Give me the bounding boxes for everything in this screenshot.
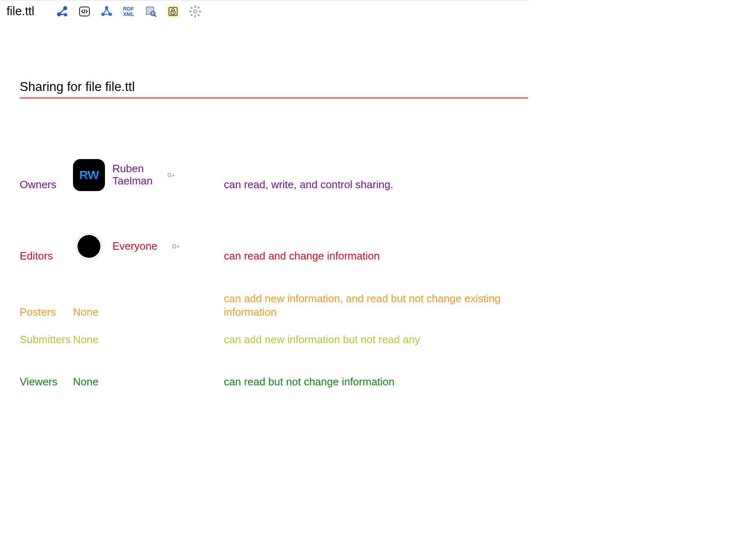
add-person-icon[interactable]: G+: [167, 172, 175, 178]
svg-point-18: [172, 12, 173, 13]
graph-icon[interactable]: [56, 5, 69, 18]
svg-rect-22: [189, 11, 191, 12]
svg-line-11: [107, 9, 109, 14]
rdf-text: RDF: [123, 6, 134, 11]
row-submitters: Submitters None can add new information …: [20, 326, 528, 353]
source-code-icon[interactable]: [78, 5, 91, 18]
role-label: Viewers: [20, 368, 73, 396]
svg-rect-26: [197, 6, 199, 9]
page-title: Sharing for file file.ttl: [20, 80, 528, 98]
svg-line-10: [104, 9, 107, 14]
svg-rect-27: [190, 14, 193, 16]
globe-icon: [73, 230, 105, 262]
svg-rect-23: [199, 11, 201, 12]
graph-3d-icon[interactable]: [100, 5, 113, 18]
gear-icon[interactable]: [189, 5, 202, 18]
sharing-table: Owners RW Ruben Taelman G+ can read, wri…: [20, 152, 528, 396]
who-label: None: [73, 306, 98, 318]
role-description: can add new information but not read any: [224, 326, 528, 353]
row-editors: Editors Everyone G+ can read and c: [20, 223, 528, 270]
svg-line-6: [84, 9, 85, 14]
who-label: None: [73, 376, 98, 388]
add-person-icon[interactable]: G+: [172, 243, 180, 250]
who-cell: RW Ruben Taelman G+: [73, 159, 224, 191]
row-viewers: Viewers None can read but not change inf…: [20, 368, 528, 396]
who-label: Everyone: [112, 240, 157, 253]
role-description: can add new information, and read but no…: [224, 285, 528, 326]
role-description: can read but not change information: [224, 368, 528, 396]
file-name: file.ttl: [7, 5, 34, 18]
inspect-icon[interactable]: [144, 5, 157, 18]
svg-rect-24: [190, 7, 193, 9]
avatar-ruben: RW: [73, 159, 105, 191]
avatar-glyph: RW: [79, 168, 98, 182]
who-label: None: [73, 333, 98, 346]
role-description: can read and change information: [224, 223, 528, 270]
svg-line-3: [60, 9, 64, 14]
svg-rect-21: [194, 15, 196, 17]
svg-rect-13: [146, 7, 154, 14]
row-posters: Posters None can add new information, an…: [20, 285, 528, 326]
svg-rect-25: [197, 14, 200, 16]
who-label: Ruben Taelman: [112, 163, 153, 187]
row-owners: Owners RW Ruben Taelman G+ can read, wri…: [20, 152, 528, 198]
svg-line-15: [154, 15, 156, 17]
rdf-xml-icon[interactable]: RDF XML: [122, 5, 135, 18]
svg-rect-20: [194, 6, 196, 8]
role-label: Owners: [20, 152, 73, 198]
lock-icon[interactable]: [166, 5, 180, 18]
role-label: Editors: [20, 223, 73, 270]
xml-text: XML: [123, 11, 134, 17]
toolbar: file.ttl: [0, 5, 529, 18]
role-description: can read, write, and control sharing.: [224, 152, 528, 198]
svg-point-28: [194, 10, 196, 12]
role-label: Submitters: [20, 326, 73, 353]
who-cell: Everyone G+: [73, 230, 224, 262]
role-label: Posters: [20, 285, 73, 326]
